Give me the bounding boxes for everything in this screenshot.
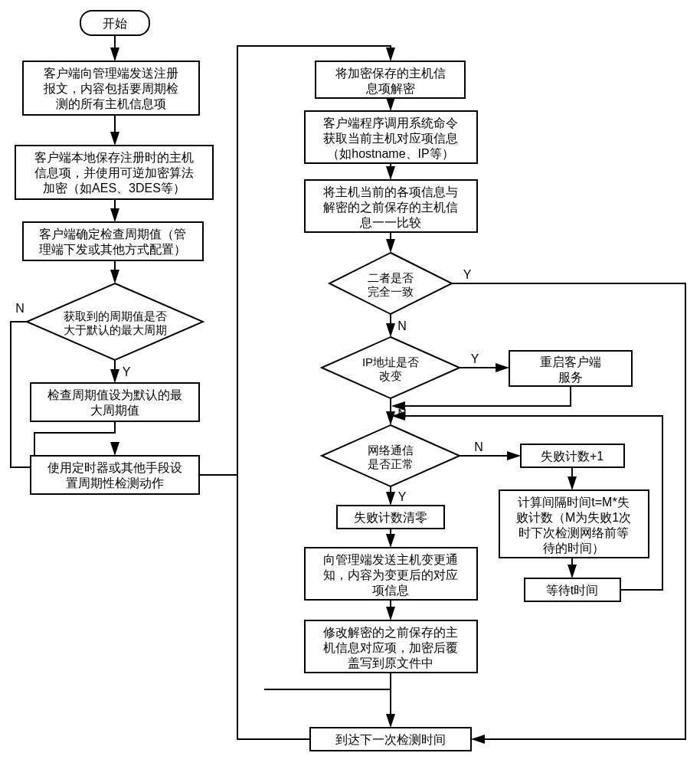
svg-text:大于默认的最大周期: 大于默认的最大周期 xyxy=(64,323,167,336)
node-b3: 将主机当前的各项信息与 解密的之前保存的主机信 息一一比较 xyxy=(305,180,477,232)
svg-text:将主机当前的各项信息与: 将主机当前的各项信息与 xyxy=(322,185,458,198)
svg-text:息项解密: 息项解密 xyxy=(365,82,415,95)
svg-text:败计数（M为失败1次: 败计数（M为失败1次 xyxy=(516,511,631,524)
node-d3: IP地址是否 改变 xyxy=(322,337,460,398)
node-a3: 客户端确定检查周期值（管 理端下发或其他方式配置） xyxy=(23,222,203,260)
node-b11: 到达下一次检测时间 xyxy=(310,728,471,751)
svg-text:是否正常: 是否正常 xyxy=(368,457,414,470)
node-b4: 重启客户端 服务 xyxy=(509,351,632,386)
svg-text:计算间隔时间t=M*失: 计算间隔时间t=M*失 xyxy=(518,496,629,509)
svg-text:置周期性检测动作: 置周期性检测动作 xyxy=(66,476,164,489)
node-d2: 二者是否 完全一致 xyxy=(329,253,452,314)
svg-text:Y: Y xyxy=(471,352,479,365)
svg-text:理端下发或其他方式配置）: 理端下发或其他方式配置） xyxy=(39,243,186,256)
svg-text:向管理端发送主机变更通: 向管理端发送主机变更通 xyxy=(323,553,458,566)
svg-text:信息项，并使用可逆加密算法: 信息项，并使用可逆加密算法 xyxy=(34,166,194,179)
svg-text:使用定时器或其他手段设: 使用定时器或其他手段设 xyxy=(47,461,182,474)
svg-text:失败计数+1: 失败计数+1 xyxy=(541,450,604,463)
svg-text:解密的之前保存的主机信: 解密的之前保存的主机信 xyxy=(323,201,458,214)
svg-text:项信息: 项信息 xyxy=(372,584,409,597)
node-b8: 失败计数清零 xyxy=(337,506,444,529)
edge-label-y: Y xyxy=(123,365,131,378)
svg-text:时下次检测网络前等: 时下次检测网络前等 xyxy=(518,526,629,539)
node-d1: 获取到的周期值是否 大于默认的最大周期 xyxy=(27,283,203,360)
svg-text:N: N xyxy=(474,440,483,453)
svg-text:客户端向管理端发送注册: 客户端向管理端发送注册 xyxy=(44,67,178,80)
svg-text:失败计数清零: 失败计数清零 xyxy=(354,511,427,524)
svg-text:盖写到原文件中: 盖写到原文件中 xyxy=(348,656,433,669)
svg-text:获取当前主机对应项信息: 获取当前主机对应项信息 xyxy=(323,132,458,145)
svg-text:（如hostname、IP等）: （如hostname、IP等） xyxy=(327,147,453,160)
node-a5: 使用定时器或其他手段设 置周期性检测动作 xyxy=(31,456,199,494)
node-b1: 将加密保存的主机信 息项解密 xyxy=(316,61,465,98)
svg-text:检查周期值设为默认的最: 检查周期值设为默认的最 xyxy=(47,388,182,401)
flowchart-diagram: 开始 客户端向管理端发送注册 报文，内容包括要周期检 测的所有主机信息项 客户端… xyxy=(0,0,700,766)
node-a4: 检查周期值设为默认的最 大周期值 xyxy=(31,383,199,421)
svg-text:Y: Y xyxy=(463,268,472,281)
svg-text:改变: 改变 xyxy=(379,369,402,382)
node-b7: 等待t时间 xyxy=(525,578,620,601)
svg-text:客户端确定检查周期值（管: 客户端确定检查周期值（管 xyxy=(39,228,186,241)
svg-text:待的时间）: 待的时间） xyxy=(543,542,604,555)
node-b9: 向管理端发送主机变更通 知，内容为变更后的对应 项信息 xyxy=(305,548,477,600)
svg-text:网络通信: 网络通信 xyxy=(368,444,414,457)
svg-text:息一一比较: 息一一比较 xyxy=(359,216,421,229)
start-label: 开始 xyxy=(103,17,127,30)
node-b2: 客户端程序调用系统命令 获取当前主机对应项信息 （如hostname、IP等） xyxy=(305,111,477,163)
svg-text:到达下一次检测时间: 到达下一次检测时间 xyxy=(335,733,446,746)
svg-text:加密（如AES、3DES等）: 加密（如AES、3DES等） xyxy=(43,182,185,195)
svg-text:客户端程序调用系统命令: 客户端程序调用系统命令 xyxy=(323,116,458,129)
svg-text:获取到的周期值是否: 获取到的周期值是否 xyxy=(64,309,167,322)
svg-text:二者是否: 二者是否 xyxy=(368,271,414,284)
svg-text:修改解密的之前保存的主: 修改解密的之前保存的主 xyxy=(323,626,458,639)
svg-text:重启客户端: 重启客户端 xyxy=(540,355,601,368)
node-a1: 客户端向管理端发送注册 报文，内容包括要周期检 测的所有主机信息项 xyxy=(23,61,199,115)
svg-text:服务: 服务 xyxy=(558,371,583,384)
svg-text:大周期值: 大周期值 xyxy=(90,404,139,417)
svg-text:客户端本地保存注册时的主机: 客户端本地保存注册时的主机 xyxy=(34,151,194,164)
svg-text:完全一致: 完全一致 xyxy=(368,285,414,298)
svg-text:N: N xyxy=(397,319,407,332)
svg-text:N: N xyxy=(397,408,407,421)
edge-label-n: N xyxy=(15,302,25,315)
node-a2: 客户端本地保存注册时的主机 信息项，并使用可逆加密算法 加密（如AES、3DES… xyxy=(15,146,213,199)
svg-text:等待t时间: 等待t时间 xyxy=(546,584,598,597)
svg-text:知，内容为变更后的对应: 知，内容为变更后的对应 xyxy=(323,568,458,581)
node-b5: 失败计数+1 xyxy=(521,444,624,467)
svg-text:Y: Y xyxy=(398,490,407,503)
svg-text:IP地址是否: IP地址是否 xyxy=(362,355,419,368)
node-start: 开始 xyxy=(80,11,149,35)
node-d4: 网络通信 是否正常 xyxy=(322,425,460,486)
svg-text:测的所有主机信息项: 测的所有主机信息项 xyxy=(56,97,166,110)
svg-text:机信息对应项，加密后覆: 机信息对应项，加密后覆 xyxy=(323,641,458,654)
svg-text:将加密保存的主机信: 将加密保存的主机信 xyxy=(335,67,446,80)
node-b6: 计算间隔时间t=M*失 败计数（M为失败1次 时下次检测网络前等 待的时间） xyxy=(499,490,649,558)
node-b10: 修改解密的之前保存的主 机信息对应项，加密后覆 盖写到原文件中 xyxy=(305,620,477,673)
svg-text:报文，内容包括要周期检: 报文，内容包括要周期检 xyxy=(43,82,178,95)
